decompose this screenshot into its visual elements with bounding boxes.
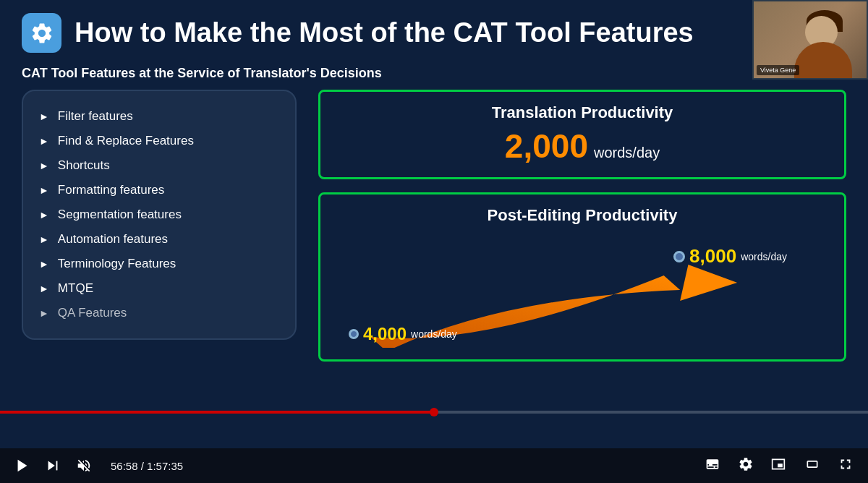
list-item: ► Terminology Features	[39, 252, 279, 276]
low-value: 4,000	[363, 324, 407, 344]
feature-label: Shortcuts	[58, 158, 110, 173]
translation-productivity-unit: words/day	[594, 145, 660, 161]
post-editing-title: Post-Editing Productivity	[338, 206, 827, 225]
video-area: Viveta Gene How to Make the Most of the …	[0, 0, 868, 448]
feature-label: Terminology Features	[58, 257, 176, 271]
translation-productivity-title: Translation Productivity	[338, 103, 827, 122]
settings-button[interactable]	[738, 456, 754, 476]
skip-forward-icon	[45, 458, 61, 474]
skip-forward-button[interactable]	[45, 458, 61, 474]
subtitle-bar: CAT Tool Features at the Service of Tran…	[0, 60, 868, 90]
miniplayer-icon	[770, 457, 787, 471]
high-dot	[673, 251, 685, 262]
feature-label: Automation features	[58, 232, 168, 247]
svg-marker-1	[18, 460, 27, 472]
arrow-icon: ►	[39, 209, 49, 221]
right-controls	[703, 456, 854, 476]
play-button[interactable]	[14, 458, 30, 474]
high-unit: words/day	[741, 251, 787, 262]
arrow-icon: ►	[39, 258, 49, 270]
content-area: ► Filter features ► Find & Replace Featu…	[0, 90, 868, 362]
translation-productivity-number: 2,000	[505, 127, 588, 166]
progress-dot	[430, 408, 438, 416]
header: How to Make the Most of the CAT Tool Fea…	[0, 0, 868, 60]
arrow-icon: ►	[39, 234, 49, 245]
list-item: ► QA Features	[39, 301, 279, 325]
play-icon	[14, 458, 30, 474]
fullscreen-button[interactable]	[838, 456, 854, 476]
list-item: ► Find & Replace Features	[39, 129, 279, 153]
low-dot	[349, 329, 359, 339]
list-item: ► MTQE	[39, 276, 279, 301]
gear-icon	[30, 21, 54, 46]
arrow-icon: ►	[39, 283, 49, 294]
svg-marker-2	[48, 461, 55, 471]
feature-label: Segmentation features	[58, 208, 182, 222]
translation-productivity-box: Translation Productivity 2,000 words/day	[318, 90, 846, 179]
person-body	[794, 42, 852, 78]
theater-button[interactable]	[803, 457, 822, 475]
chart-area: 8,000 words/day 4,000 words/day	[338, 232, 827, 348]
list-item: ► Segmentation features	[39, 202, 279, 227]
arrow-icon: ►	[39, 135, 49, 147]
main-title: How to Make the Most of the CAT Tool Fea…	[75, 18, 694, 48]
arrow-icon: ►	[39, 160, 49, 171]
high-dot-label: 8,000 words/day	[673, 245, 787, 268]
svg-marker-0	[680, 265, 737, 301]
arrow-icon: ►	[39, 184, 49, 196]
progress-fill	[0, 411, 434, 414]
mute-icon	[75, 458, 93, 474]
time-display: 56:58 / 1:57:35	[111, 460, 183, 472]
right-panels: Translation Productivity 2,000 words/day…	[318, 90, 846, 362]
camera-label: Viveta Gene	[757, 65, 799, 75]
low-dot-label: 4,000 words/day	[349, 324, 457, 344]
fullscreen-icon	[838, 456, 854, 472]
camera-overlay: Viveta Gene	[752, 0, 868, 80]
feature-label: Filter features	[58, 109, 133, 124]
post-editing-box: Post-Editing Productivity	[318, 192, 846, 362]
miniplayer-button[interactable]	[770, 457, 787, 475]
svg-rect-3	[56, 461, 58, 471]
feature-label: MTQE	[58, 281, 93, 296]
mute-button[interactable]	[75, 458, 93, 474]
arrow-icon: ►	[39, 111, 49, 122]
progress-bar-area[interactable]	[0, 411, 868, 414]
gear-icon-box	[22, 13, 61, 53]
list-item: ► Shortcuts	[39, 153, 279, 178]
translation-productivity-value-row: 2,000 words/day	[338, 127, 827, 166]
settings-icon	[738, 456, 754, 472]
subtitle-text: CAT Tool Features at the Service of Tran…	[22, 66, 382, 80]
controls-bar: 56:58 / 1:57:35	[0, 448, 868, 483]
feature-label: QA Features	[58, 306, 127, 320]
feature-label: Formatting features	[58, 183, 164, 197]
list-item: ► Formatting features	[39, 178, 279, 202]
subtitles-button[interactable]	[703, 457, 722, 475]
list-item: ► Automation features	[39, 227, 279, 252]
high-value: 8,000	[689, 245, 736, 268]
list-item: ► Filter features	[39, 104, 279, 129]
feature-list-panel: ► Filter features ► Find & Replace Featu…	[22, 90, 297, 340]
theater-icon	[803, 457, 822, 471]
arrow-icon: ►	[39, 307, 49, 319]
feature-label: Find & Replace Features	[58, 134, 194, 148]
low-unit: words/day	[411, 328, 457, 340]
subtitles-icon	[703, 457, 722, 471]
